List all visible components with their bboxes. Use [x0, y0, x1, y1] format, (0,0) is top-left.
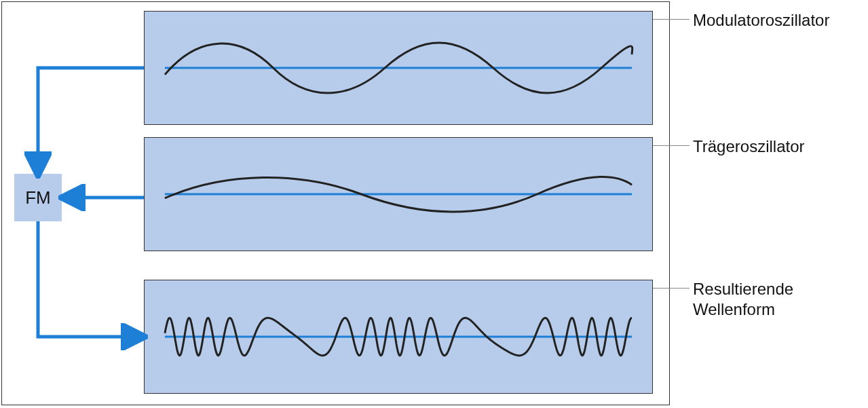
carrier-panel: [144, 137, 653, 251]
result-wave: [145, 280, 652, 393]
callout-line-result: [653, 288, 690, 289]
callout-carrier: Trägeroszillator: [693, 136, 805, 157]
diagram-frame: FM: [1, 1, 670, 405]
callout-line-modulator: [653, 19, 690, 20]
fm-node: FM: [14, 174, 62, 221]
result-panel: [144, 280, 653, 394]
arrow-fm-to-result: [38, 221, 141, 337]
callout-line-carrier: [653, 145, 690, 146]
arrow-modulator-to-fm: [38, 68, 144, 172]
callout-modulator: Modulatoroszillator: [693, 10, 829, 31]
carrier-wave: [145, 138, 652, 251]
callout-result: Resultierende Wellenform: [693, 279, 856, 320]
fm-label: FM: [25, 187, 51, 208]
modulator-panel: [144, 11, 653, 125]
modulator-wave: [145, 12, 652, 124]
